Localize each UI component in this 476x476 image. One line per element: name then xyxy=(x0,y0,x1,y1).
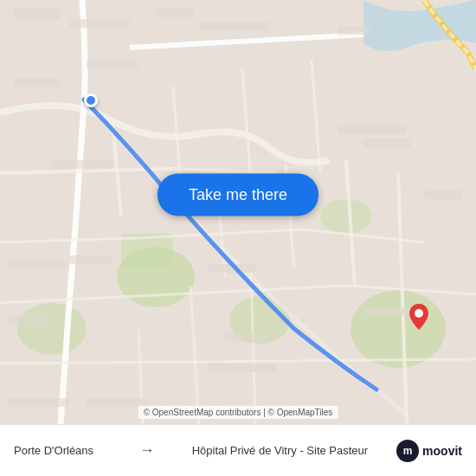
svg-rect-35 xyxy=(69,255,113,264)
svg-rect-40 xyxy=(9,398,69,407)
svg-rect-27 xyxy=(13,9,61,19)
svg-rect-42 xyxy=(225,333,273,342)
svg-rect-46 xyxy=(87,61,138,69)
svg-point-4 xyxy=(17,303,87,355)
svg-rect-31 xyxy=(338,26,372,35)
svg-rect-43 xyxy=(208,363,277,372)
destination-marker xyxy=(409,304,428,333)
svg-rect-41 xyxy=(87,398,147,407)
origin-marker xyxy=(84,93,98,107)
svg-rect-28 xyxy=(69,19,130,28)
route-to: Hôpital Privé de Vitry - Site Pasteur xyxy=(164,444,396,457)
svg-point-3 xyxy=(351,290,446,368)
svg-rect-38 xyxy=(9,260,65,268)
svg-rect-32 xyxy=(338,125,407,134)
take-me-there-button[interactable]: Take me there xyxy=(158,174,318,216)
svg-rect-37 xyxy=(424,190,463,199)
moovit-logo: m moovit xyxy=(396,440,462,462)
svg-rect-44 xyxy=(363,307,411,316)
svg-rect-29 xyxy=(156,9,195,17)
svg-point-47 xyxy=(415,309,423,318)
svg-rect-45 xyxy=(13,78,61,87)
svg-rect-33 xyxy=(363,138,411,147)
svg-point-6 xyxy=(320,199,372,234)
route-from: Porte D'Orléans xyxy=(14,444,131,457)
moovit-icon: m xyxy=(396,440,419,462)
moovit-label: moovit xyxy=(422,444,462,458)
svg-rect-39 xyxy=(9,316,52,325)
map-container: Take me there © OpenStreetMap contributo… xyxy=(0,0,476,424)
arrow-icon: → xyxy=(139,441,155,460)
svg-rect-30 xyxy=(199,22,268,30)
bottom-bar: Porte D'Orléans → Hôpital Privé de Vitry… xyxy=(0,424,476,476)
map-attribution: © OpenStreetMap contributors | © OpenMap… xyxy=(138,406,338,419)
svg-rect-34 xyxy=(52,160,113,169)
